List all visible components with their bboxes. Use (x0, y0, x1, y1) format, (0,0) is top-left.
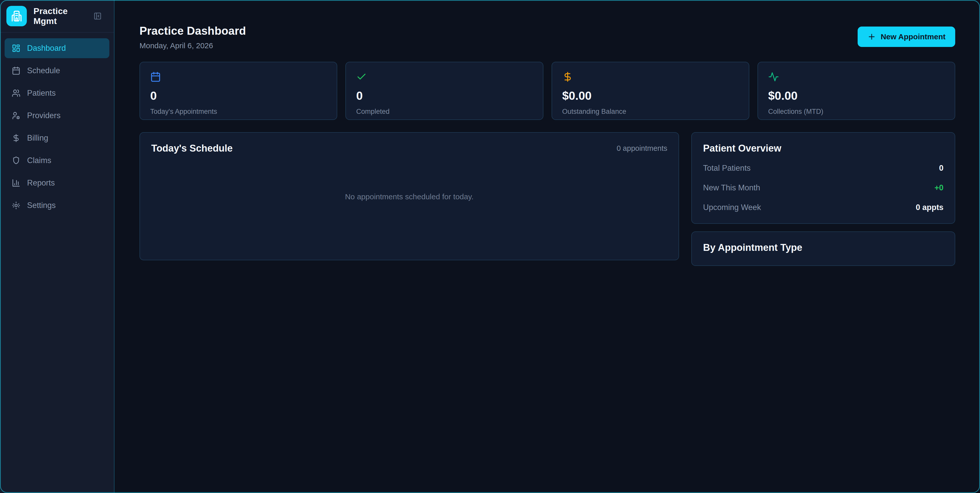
sidebar-item-label: Claims (27, 156, 51, 165)
gear-icon (12, 201, 21, 210)
main-content: Practice Dashboard Monday, April 6, 2026… (115, 0, 980, 493)
stat-card-collections-mtd: $0.00 Collections (MTD) (757, 62, 955, 120)
sidebar-item-label: Reports (27, 178, 55, 187)
sidebar-item-label: Providers (27, 111, 60, 120)
stat-value: 0 (356, 89, 532, 103)
stat-label: Completed (356, 108, 532, 116)
overview-row-label: New This Month (703, 183, 760, 192)
user-cog-icon (12, 111, 21, 120)
shield-icon (12, 156, 21, 165)
sidebar-item-reports[interactable]: Reports (5, 173, 109, 193)
practice-logo (6, 6, 27, 26)
appointment-count: 0 appointments (617, 144, 667, 152)
todays-schedule-panel: Today's Schedule 0 appointments No appoi… (140, 132, 679, 260)
check-icon (356, 71, 367, 82)
stat-card-todays-appointments: 0 Today's Appointments (140, 62, 337, 120)
stat-card-completed: 0 Completed (345, 62, 543, 120)
sidebar-item-settings[interactable]: Settings (5, 195, 109, 216)
app-root: Practice Mgmt D (0, 0, 980, 493)
schedule-panel-header: Today's Schedule 0 appointments (151, 143, 667, 154)
right-column: Patient Overview Total Patients 0 New Th… (691, 132, 955, 266)
stat-label: Outstanding Balance (562, 108, 738, 116)
page-header-text: Practice Dashboard Monday, April 6, 2026 (140, 24, 246, 50)
sidebar-item-label: Dashboard (27, 44, 66, 53)
overview-row-label: Upcoming Week (703, 203, 761, 212)
stat-label: Today's Appointments (150, 108, 326, 116)
users-icon (12, 89, 21, 97)
patient-overview-panel: Patient Overview Total Patients 0 New Th… (691, 132, 955, 224)
bar-chart-icon (12, 179, 21, 187)
sidebar-item-schedule[interactable]: Schedule (5, 61, 109, 81)
panel-left-close-icon (94, 12, 102, 20)
page-date: Monday, April 6, 2026 (140, 41, 246, 50)
stat-cards-row: 0 Today's Appointments 0 Completed (140, 62, 955, 120)
new-appointment-button[interactable]: New Appointment (858, 27, 955, 47)
new-appointment-label: New Appointment (881, 32, 945, 41)
overview-row-value: 0 appts (916, 203, 943, 212)
schedule-panel-title: Today's Schedule (151, 143, 233, 154)
overview-row-total-patients: Total Patients 0 (703, 163, 943, 173)
patient-overview-rows: Total Patients 0 New This Month +0 Upcom… (703, 163, 943, 212)
by-appointment-type-panel: By Appointment Type (691, 231, 955, 266)
schedule-empty-message: No appointments scheduled for today. (151, 154, 667, 250)
dollar-icon (562, 71, 573, 82)
stat-label: Collections (MTD) (768, 108, 945, 116)
overview-row-value: +0 (934, 183, 943, 192)
activity-icon (768, 71, 779, 82)
patient-overview-title: Patient Overview (703, 143, 943, 154)
overview-row-new-this-month: New This Month +0 (703, 183, 943, 192)
stat-value: 0 (150, 89, 326, 103)
brand-name: Practice Mgmt (33, 6, 92, 26)
sidebar-item-label: Patients (27, 89, 56, 98)
sidebar-item-dashboard[interactable]: Dashboard (5, 38, 109, 58)
sidebar-item-label: Billing (27, 133, 48, 143)
sidebar-item-claims[interactable]: Claims (5, 151, 109, 170)
calendar-icon (150, 71, 161, 82)
calendar-icon (12, 67, 21, 75)
stat-value: $0.00 (562, 89, 738, 103)
sidebar-item-label: Settings (27, 201, 56, 210)
overview-row-upcoming-week: Upcoming Week 0 appts (703, 203, 943, 212)
sidebar: Practice Mgmt D (0, 0, 115, 493)
layout-dashboard-icon (12, 44, 21, 52)
sidebar-item-label: Schedule (27, 66, 60, 75)
stat-card-outstanding-balance: $0.00 Outstanding Balance (552, 62, 749, 120)
page-header: Practice Dashboard Monday, April 6, 2026… (140, 24, 955, 50)
dollar-icon (12, 134, 21, 143)
overview-row-label: Total Patients (703, 163, 751, 173)
overview-row-value: 0 (939, 163, 943, 173)
sidebar-item-patients[interactable]: Patients (5, 83, 109, 103)
by-appointment-type-title: By Appointment Type (703, 242, 943, 253)
sidebar-item-billing[interactable]: Billing (5, 128, 109, 148)
sidebar-header: Practice Mgmt (0, 0, 114, 33)
sidebar-collapse-button[interactable] (92, 11, 103, 21)
hospital-icon (11, 10, 22, 22)
dashboard-panels: Today's Schedule 0 appointments No appoi… (140, 132, 955, 266)
sidebar-nav: Dashboard Schedule Patients (0, 33, 114, 224)
sidebar-item-providers[interactable]: Providers (5, 106, 109, 125)
page-title: Practice Dashboard (140, 24, 246, 37)
stat-value: $0.00 (768, 89, 945, 103)
plus-icon (867, 32, 876, 41)
